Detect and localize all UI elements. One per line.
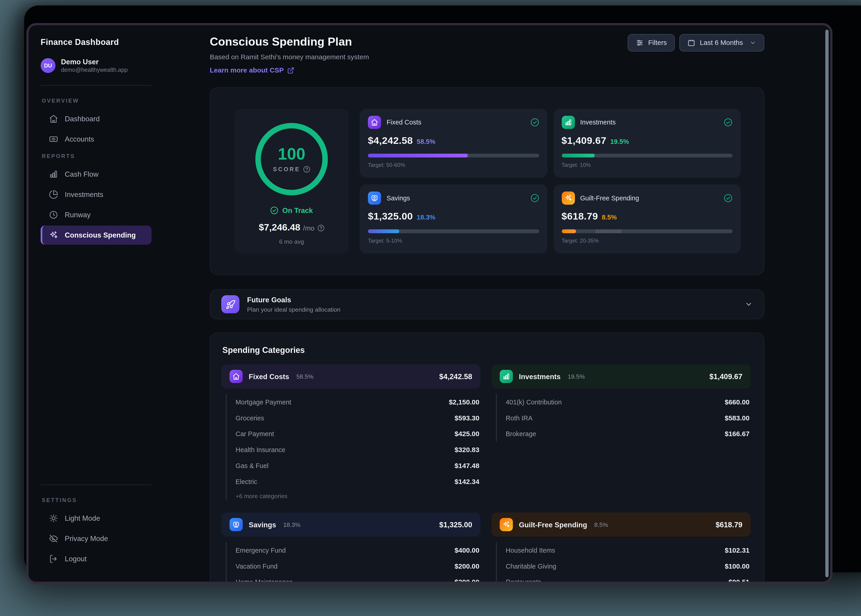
category-row: Gas & Fuel$147.48: [227, 457, 480, 473]
category-items: Household Items$102.31 Charitable Giving…: [496, 542, 751, 584]
sidebar-item-label: Runway: [65, 211, 91, 219]
category-header[interactable]: Savings 18.3% $1,325.00: [221, 512, 480, 537]
section-label-reports: REPORTS: [42, 153, 151, 159]
stat-card-fixed-costs: Fixed Costs $4,242.58 58.5% Target: 50-6…: [360, 109, 547, 178]
category-row: Mortgage Payment$2,150.00: [227, 394, 480, 410]
sidebar-item-accounts[interactable]: Accounts: [41, 129, 151, 149]
category-row: Electric$142.34: [227, 473, 480, 489]
category-row: Car Payment$425.00: [227, 426, 480, 442]
category-row: Vacation Fund$200.00: [227, 558, 480, 574]
bar-chart-icon: [562, 116, 575, 129]
future-goals-title: Future Goals: [247, 296, 737, 304]
sidebar-item-label: Light Mode: [65, 514, 100, 522]
progress-bar: [368, 229, 539, 233]
category-row: Brokerage$166.67: [497, 426, 751, 442]
category-items: Emergency Fund$400.00 Vacation Fund$200.…: [226, 542, 480, 584]
category-group-investments: Investments 19.5% $1,409.67 401(k) Contr…: [491, 364, 751, 512]
progress-bar: [562, 154, 733, 157]
user-email: demo@healthywealth.app: [61, 67, 128, 74]
category-header[interactable]: Investments 19.5% $1,409.67: [491, 364, 751, 388]
chevron-down-icon[interactable]: [745, 300, 753, 308]
rocket-icon: [221, 295, 239, 313]
pie-chart-icon: [49, 190, 58, 199]
check-circle-icon: [724, 194, 733, 203]
help-icon[interactable]: [317, 224, 324, 231]
score-label: SCORE: [273, 166, 300, 172]
sparkles-icon: [562, 192, 575, 205]
desktop-background: Finance Dashboard DU Demo User demo@heal…: [0, 0, 861, 616]
category-header[interactable]: Guilt-Free Spending 8.5% $618.79: [491, 512, 751, 537]
category-row: Emergency Fund$400.00: [227, 542, 480, 558]
bar-chart-icon: [500, 370, 513, 383]
sidebar-item-cash-flow[interactable]: Cash Flow: [41, 165, 151, 184]
sidebar-item-label: Logout: [65, 555, 87, 563]
future-goals-row[interactable]: Future Goals Plan your ideal spending al…: [210, 289, 764, 319]
date-range-button[interactable]: Last 6 Months: [680, 34, 765, 52]
target-label: Target: 5-10%: [368, 237, 539, 244]
bar-chart-icon: [49, 170, 58, 179]
scrollbar-thumb[interactable]: [825, 30, 829, 577]
sidebar-spacer: [41, 246, 151, 483]
category-items: Mortgage Payment$2,150.00 Groceries$593.…: [226, 394, 480, 499]
home-icon: [49, 114, 58, 123]
sidebar-item-investments[interactable]: Investments: [41, 185, 151, 204]
sidebar-item-label: Privacy Mode: [65, 534, 108, 542]
category-row: Roth IRA$583.00: [497, 410, 751, 426]
page-header: Conscious Spending Plan Based on Ramit S…: [210, 34, 764, 75]
sidebar-item-label: Accounts: [65, 135, 94, 143]
target-label: Target: 20-35%: [562, 237, 733, 244]
progress-bar: [368, 154, 539, 157]
category-row: Health Insurance$320.83: [227, 442, 480, 458]
external-link-icon: [287, 67, 294, 74]
category-items: 401(k) Contribution$660.00 Roth IRA$583.…: [496, 394, 751, 442]
check-circle-icon: [530, 118, 539, 127]
page-subtitle: Based on Ramit Sethi's money management …: [210, 53, 369, 61]
chevron-down-icon: [749, 39, 756, 46]
sidebar-item-privacy-mode[interactable]: Privacy Mode: [41, 529, 151, 548]
target-label: Target: 50-60%: [368, 162, 539, 168]
sidebar: Finance Dashboard DU Demo User demo@heal…: [28, 25, 159, 582]
category-row: 401(k) Contribution$660.00: [497, 394, 751, 410]
more-categories-label[interactable]: +6 more categories: [227, 489, 480, 499]
status-badge: On Track: [242, 206, 341, 215]
section-label-settings: SETTINGS: [42, 497, 151, 503]
sidebar-item-logout[interactable]: Logout: [41, 549, 151, 568]
filters-button[interactable]: Filters: [628, 34, 675, 52]
eye-off-icon: [49, 534, 58, 543]
sidebar-item-label: Conscious Spending: [65, 231, 136, 239]
home-icon: [230, 370, 243, 383]
sliders-icon: [636, 39, 644, 47]
future-goals-subtitle: Plan your ideal spending allocation: [247, 306, 737, 313]
categories-title: Spending Categories: [222, 345, 751, 355]
spending-categories-panel: Spending Categories Fixed Costs 58.5% $4…: [210, 333, 764, 584]
stats-grid: Fixed Costs $4,242.58 58.5% Target: 50-6…: [360, 109, 741, 253]
learn-more-link[interactable]: Learn more about CSP: [210, 66, 294, 74]
stat-card-savings: Savings $1,325.00 18.3% Target: 5-10%: [360, 184, 547, 253]
user-name: Demo User: [61, 58, 128, 67]
score-ring: 100 SCORE: [255, 123, 328, 195]
category-row: Household Items$102.31: [497, 542, 751, 558]
sidebar-item-label: Investments: [65, 190, 103, 199]
app-window: Finance Dashboard DU Demo User demo@heal…: [27, 23, 833, 584]
monthly-average: $7,246.48 /mo: [242, 222, 341, 233]
vault-icon: [368, 192, 381, 205]
page-title: Conscious Spending Plan: [210, 35, 369, 48]
check-circle-icon: [270, 206, 279, 215]
sidebar-item-dashboard[interactable]: Dashboard: [41, 109, 151, 128]
home-icon: [368, 116, 381, 129]
avg-note: 6 mo avg: [242, 238, 341, 245]
sidebar-item-label: Cash Flow: [65, 170, 99, 178]
help-icon[interactable]: [303, 165, 310, 173]
category-group-guilt-free: Guilt-Free Spending 8.5% $618.79 Househo…: [491, 512, 751, 584]
category-row: Home Maintenance$200.00: [227, 574, 480, 584]
user-profile[interactable]: DU Demo User demo@healthywealth.app: [41, 58, 151, 74]
avatar: DU: [41, 58, 55, 73]
category-row: Restaurants$90.51: [497, 574, 751, 584]
sidebar-item-light-mode[interactable]: Light Mode: [41, 509, 151, 528]
sidebar-item-conscious-spending[interactable]: Conscious Spending: [41, 225, 151, 245]
sidebar-item-runway[interactable]: Runway: [41, 205, 151, 224]
logout-icon: [49, 554, 58, 564]
category-header[interactable]: Fixed Costs 58.5% $4,242.58: [221, 364, 480, 388]
overview-panel: 100 SCORE On Track: [210, 87, 764, 275]
sun-icon: [49, 514, 58, 523]
